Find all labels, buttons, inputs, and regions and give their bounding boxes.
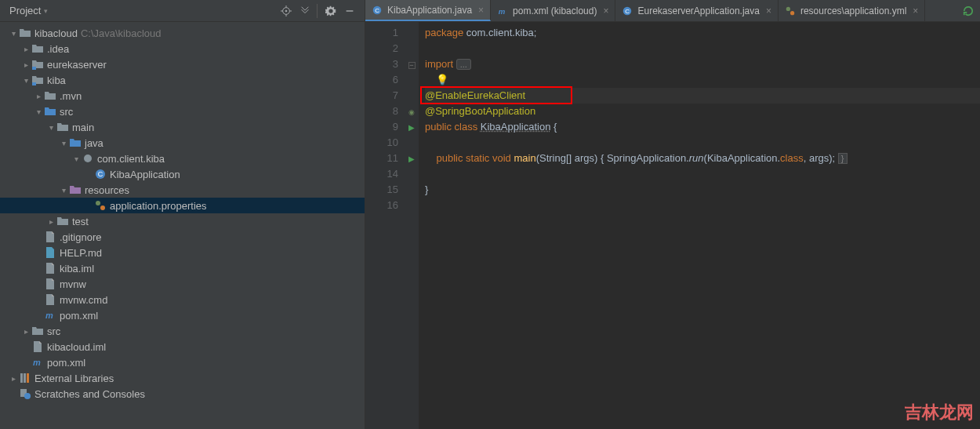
fold-icon[interactable]: − <box>408 62 416 69</box>
tree-item--idea[interactable]: .idea <box>0 41 365 56</box>
tree-arrow[interactable] <box>60 139 67 147</box>
tree-item--gitignore[interactable]: .gitignore <box>0 229 365 245</box>
close-brace: } <box>425 184 428 195</box>
tree-arrow[interactable] <box>22 60 30 69</box>
java-class-icon: C <box>622 5 633 16</box>
tab-label: EurekaserverApplication.java <box>637 5 759 16</box>
tree-item-kibaapplication[interactable]: CKibaApplication <box>0 166 365 182</box>
tree-item-kiba[interactable]: kiba <box>0 72 365 88</box>
locate-icon[interactable] <box>278 2 295 20</box>
tree-item-mvnw[interactable]: mvnw <box>0 276 365 292</box>
line-number: 2 <box>365 41 398 56</box>
svg-point-27 <box>786 6 790 10</box>
folder-icon <box>31 42 44 55</box>
tree-item-kibacloud-iml[interactable]: kibacloud.iml <box>0 339 365 354</box>
svg-text:m: m <box>33 358 41 367</box>
project-tree[interactable]: kibacloudC:\Java\kibacloud.ideaeurekaser… <box>0 22 365 429</box>
tree-item-scratches-and-consoles[interactable]: Scratches and Consoles <box>0 386 365 402</box>
tree-label: kibacloud.iml <box>47 341 106 353</box>
settings-icon[interactable] <box>322 2 339 20</box>
tree-item-java[interactable]: java <box>0 135 365 151</box>
run-icon[interactable]: ▶ <box>408 155 415 163</box>
folder-icon <box>31 325 44 337</box>
tree-item-kiba-iml[interactable]: kiba.iml <box>0 260 365 276</box>
fold-end[interactable]: } <box>838 153 848 164</box>
run-end: , args); <box>804 152 838 164</box>
yml-icon <box>94 199 107 212</box>
close-icon[interactable]: × <box>913 5 918 16</box>
project-panel: Project ▾ kibacloudC:\Java\kibacloud.ide… <box>0 0 365 429</box>
tree-item-help-md[interactable]: HELP.md <box>0 245 365 260</box>
tree-item-external-libraries[interactable]: External Libraries <box>0 370 365 386</box>
tree-arrow[interactable] <box>72 155 80 163</box>
tree-label: pom.xml <box>60 310 98 322</box>
tree-item-pom-xml[interactable]: mpom.xml <box>0 307 365 323</box>
tree-item-eurekaserver[interactable]: eurekaserver <box>0 56 365 72</box>
tree-item-src[interactable]: src <box>0 104 365 119</box>
refresh-button[interactable] <box>956 0 980 21</box>
close-icon[interactable]: × <box>478 5 484 16</box>
tree-arrow[interactable] <box>34 92 42 100</box>
yml-icon <box>785 5 796 16</box>
tree-item--mvn[interactable]: .mvn <box>0 88 365 104</box>
scratch-icon <box>19 387 31 400</box>
tree-item-application-properties[interactable]: application.properties <box>0 198 365 213</box>
editor-area[interactable]: 12367891011141516 −◉▶▶ package com.clien… <box>365 22 980 429</box>
panel-title[interactable]: Project ▾ <box>6 5 48 16</box>
tree-item-src[interactable]: src <box>0 323 365 339</box>
tab-resources-application-yml[interactable]: resources\application.yml× <box>779 0 925 21</box>
kw-package: package <box>425 27 466 38</box>
tree-arrow[interactable] <box>9 29 17 38</box>
file-icon <box>31 340 44 353</box>
tree-arrow[interactable] <box>34 107 42 116</box>
expand-icon[interactable] <box>296 2 314 20</box>
tree-item-main[interactable]: main <box>0 119 365 135</box>
class-name: KibaApplication <box>481 121 551 133</box>
tree-label: main <box>72 122 94 133</box>
tree-item-com-client-kiba[interactable]: com.client.kiba <box>0 151 365 166</box>
tab-kibaapplication-java[interactable]: CKibaApplication.java× <box>365 0 491 21</box>
tree-hint: C:\Java\kibacloud <box>81 27 162 39</box>
close-icon[interactable]: × <box>766 5 771 16</box>
tree-arrow[interactable] <box>9 374 17 383</box>
svg-rect-9 <box>32 82 36 85</box>
maven-icon: m <box>31 356 44 369</box>
hide-icon[interactable] <box>341 2 358 20</box>
java-class-icon: C <box>94 168 107 180</box>
line-number: 10 <box>365 135 398 151</box>
import-fold[interactable]: ... <box>456 59 471 70</box>
tree-label: mvnw.cmd <box>60 294 107 306</box>
tree-arrow[interactable] <box>22 45 30 53</box>
watermark: 吉林龙网 <box>905 401 974 424</box>
package-name: com.client.kiba; <box>466 27 537 38</box>
tree-item-kibacloud[interactable]: kibacloudC:\Java\kibacloud <box>0 25 365 41</box>
tab-eurekaserverapplication-java[interactable]: CEurekaserverApplication.java× <box>615 0 778 21</box>
tree-label: HELP.md <box>60 247 102 259</box>
tab-label: pom.xml (kibacloud) <box>513 5 597 16</box>
tab-pom-xml--kibacloud-[interactable]: mpom.xml (kibacloud)× <box>491 0 615 21</box>
run-icon[interactable]: ▶ <box>408 123 415 132</box>
tree-label: Scratches and Consoles <box>34 388 145 400</box>
override-icon[interactable]: ◉ <box>408 108 415 116</box>
tree-item-mvnw-cmd[interactable]: mvnw.cmd <box>0 292 365 307</box>
file-icon <box>44 262 56 274</box>
panel-title-text: Project <box>9 5 41 16</box>
tree-arrow[interactable] <box>60 186 67 195</box>
tree-label: com.client.kiba <box>97 153 165 165</box>
code-content[interactable]: package com.client.kiba; import ... 💡 @E… <box>419 22 980 429</box>
close-icon[interactable]: × <box>603 5 608 16</box>
tree-arrow[interactable] <box>47 217 55 226</box>
tree-item-resources[interactable]: resources <box>0 182 365 198</box>
tree-item-test[interactable]: test <box>0 213 365 229</box>
fn-main: main <box>514 152 535 164</box>
tree-label: src <box>60 106 73 118</box>
tree-item-pom-xml[interactable]: mpom.xml <box>0 354 365 370</box>
dropdown-icon: ▾ <box>44 7 48 15</box>
bulb-icon[interactable]: 💡 <box>436 74 448 85</box>
tree-label: KibaApplication <box>110 169 180 180</box>
tree-arrow[interactable] <box>22 76 30 85</box>
tree-arrow[interactable] <box>22 327 30 336</box>
tab-label: KibaApplication.java <box>387 5 472 16</box>
line-number: 11 <box>365 151 398 166</box>
tree-arrow[interactable] <box>47 123 55 132</box>
